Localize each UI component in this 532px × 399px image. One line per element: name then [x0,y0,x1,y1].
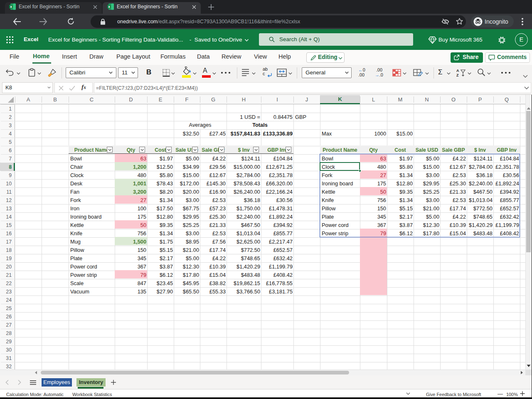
svg-text:A: A [456,69,459,73]
svg-text:x: x [108,5,110,9]
svg-text:Z: Z [456,73,459,77]
svg-text:x: x [10,5,12,9]
